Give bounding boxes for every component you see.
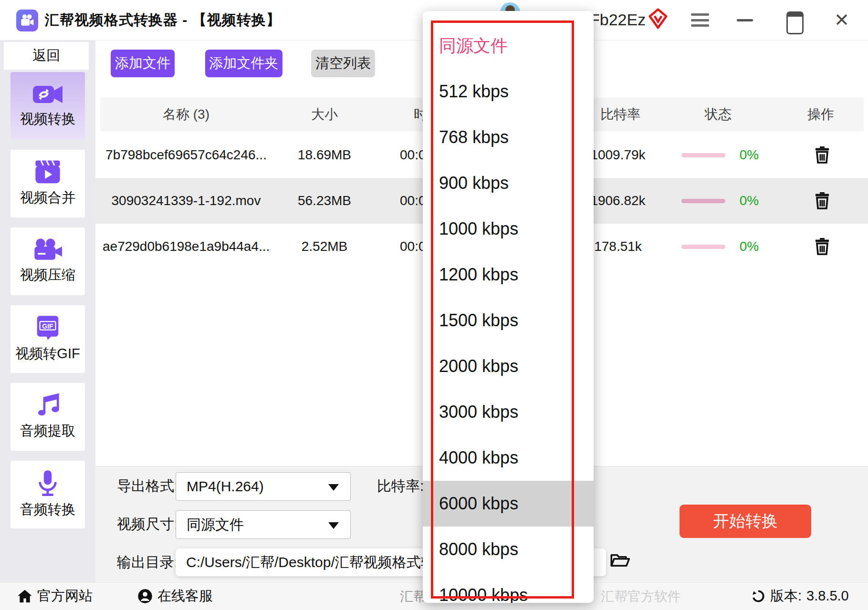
dropdown-option[interactable]: 900 kbps (423, 160, 594, 206)
footer-center-text-fragment: 汇帮官方软件 (601, 588, 681, 606)
official-site-label: 官方网站 (37, 587, 93, 606)
sidebar-item-label: 视频压缩 (20, 266, 75, 285)
minimize-button[interactable] (737, 19, 753, 21)
back-button[interactable]: 返回 (4, 42, 89, 70)
dropdown-option[interactable]: 10000 kbps (423, 572, 594, 603)
window-title: 汇帮视频格式转换器 - 【视频转换】 (45, 0, 281, 40)
column-header-name[interactable]: 名称 (3) (138, 98, 234, 131)
sidebar-item-label: 音频提取 (20, 422, 75, 441)
output-dir-label: 输出目录: (117, 548, 178, 576)
file-name: ae729d0b6198e1a9b44a4... (103, 224, 270, 269)
online-support-link[interactable]: 在线客服 (137, 582, 213, 610)
gif-icon: GIF (35, 315, 60, 341)
app-logo-icon (16, 10, 38, 31)
bitrate-dropdown: 同源文件 512 kbps 768 kbps 900 kbps 1000 kbp… (423, 11, 594, 603)
column-header-status[interactable]: 状态 (685, 98, 752, 131)
sidebar-item-label: 视频转GIF (15, 344, 80, 363)
version-info[interactable]: 版本: 3.8.5.0 (751, 582, 849, 610)
export-format-label: 导出格式: (117, 472, 178, 500)
sidebar-item-video-to-gif[interactable]: GIF 视频转GIF (10, 305, 85, 373)
version-value: 3.8.5.0 (806, 588, 849, 604)
sidebar-item-audio-extract[interactable]: 音频提取 (10, 383, 85, 451)
sidebar-item-label: 视频转换 (20, 110, 75, 129)
add-file-button[interactable]: 添加文件 (111, 50, 175, 77)
app-window: 汇帮视频格式转换器 - 【视频转换】 Fb22Ez ✕ 返回 视频转换 (0, 0, 868, 610)
dropdown-option-highlighted[interactable]: 6000 kbps (423, 481, 594, 527)
online-support-label: 在线客服 (157, 587, 213, 606)
bitrate-label: 比特率: (377, 472, 424, 500)
dropdown-option[interactable]: 1500 kbps (423, 298, 594, 343)
column-header-bitrate[interactable]: 比特率 (587, 98, 654, 131)
video-convert-icon (33, 83, 63, 106)
sidebar-item-label: 音频转换 (20, 500, 75, 519)
file-name: 30903241339-1-192.mov (103, 178, 270, 224)
add-folder-button[interactable]: 添加文件夹 (205, 50, 282, 77)
chevron-down-icon (328, 522, 339, 529)
file-size: 56.23MB (291, 178, 358, 224)
video-merge-icon (34, 160, 61, 185)
file-name: 7b798bcef69657c64c246... (103, 132, 270, 178)
version-label: 版本: (770, 587, 802, 606)
home-icon (17, 589, 32, 604)
dropdown-option[interactable]: 1000 kbps (423, 206, 594, 252)
video-size-label: 视频尺寸: (117, 510, 178, 538)
file-size: 2.52MB (291, 224, 358, 269)
output-dir-value: C:/Users/汇帮/Desktop/汇帮视频格式转 (186, 548, 435, 576)
refresh-icon (751, 589, 765, 603)
progress-bar (681, 245, 725, 249)
close-button[interactable]: ✕ (834, 9, 849, 31)
sidebar-item-video-compress[interactable]: 视频压缩 (10, 227, 85, 295)
vip-gem-icon[interactable] (647, 8, 669, 30)
dropdown-option[interactable]: 同源文件 (423, 23, 594, 69)
dropdown-option[interactable]: 512 kbps (423, 69, 594, 114)
progress-bar (681, 153, 725, 157)
sidebar-item-video-convert[interactable]: 视频转换 (10, 72, 85, 140)
dropdown-option[interactable]: 8000 kbps (423, 527, 594, 572)
column-header-size[interactable]: 大小 (291, 98, 358, 131)
column-header-action[interactable]: 操作 (787, 98, 854, 131)
chevron-down-icon (328, 484, 339, 491)
user-id[interactable]: Fb22Ez (590, 10, 646, 29)
dropdown-option[interactable]: 2000 kbps (423, 343, 594, 389)
person-icon (137, 589, 153, 604)
sidebar-item-video-merge[interactable]: 视频合并 (10, 150, 85, 217)
file-size: 18.69MB (291, 132, 358, 178)
progress-bar (681, 199, 725, 203)
progress-percent: 0% (735, 224, 763, 269)
dropdown-option[interactable]: 3000 kbps (423, 389, 594, 435)
menu-icon[interactable] (691, 13, 709, 27)
export-format-value: MP4(H.264) (187, 473, 264, 500)
maximize-button[interactable] (786, 11, 804, 34)
folder-icon[interactable] (610, 552, 630, 570)
file-bitrate: 1906.82k (585, 178, 651, 224)
video-size-select[interactable]: 同源文件 (176, 510, 351, 539)
video-compress-icon (33, 238, 62, 262)
gif-icon-text: GIF (42, 322, 53, 330)
dropdown-option[interactable]: 1200 kbps (423, 252, 594, 298)
music-note-icon (35, 393, 60, 418)
delete-icon[interactable] (814, 145, 830, 165)
dropdown-option[interactable]: 768 kbps (423, 114, 594, 160)
file-bitrate: 178.51k (585, 224, 651, 269)
camera-icon (20, 13, 35, 28)
start-convert-button[interactable]: 开始转换 (680, 505, 811, 538)
file-bitrate: 1009.79k (585, 132, 651, 178)
official-site-link[interactable]: 官方网站 (17, 582, 93, 610)
export-format-select[interactable]: MP4(H.264) (176, 472, 351, 501)
delete-icon[interactable] (814, 237, 830, 257)
video-size-value: 同源文件 (187, 511, 244, 538)
delete-icon[interactable] (814, 191, 830, 211)
progress-percent: 0% (735, 132, 763, 178)
sidebar-item-label: 视频合并 (20, 188, 75, 207)
microphone-icon (38, 470, 58, 496)
dropdown-option[interactable]: 4000 kbps (423, 435, 594, 481)
sidebar-item-audio-convert[interactable]: 音频转换 (10, 461, 85, 528)
progress-percent: 0% (735, 178, 763, 224)
clear-list-button[interactable]: 清空列表 (311, 50, 375, 77)
